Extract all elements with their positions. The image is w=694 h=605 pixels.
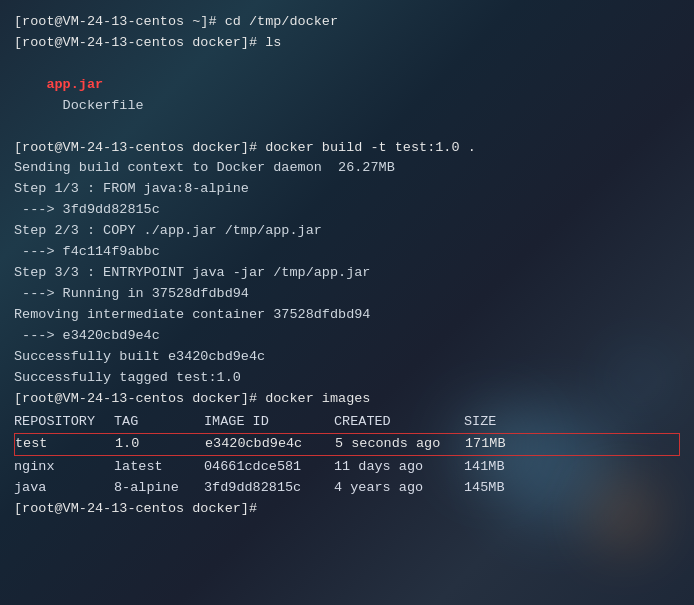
row-test-created: 5 seconds ago [335,434,465,455]
row-nginx-tag: latest [114,457,204,478]
row-nginx-id: 04661cdce581 [204,457,334,478]
header-id: IMAGE ID [204,412,334,433]
line-13: Successfully built e3420cbd9e4c [14,347,680,368]
row-java-tag: 8-alpine [114,478,204,499]
line-2: [root@VM-24-13-centos docker]# ls [14,33,680,54]
line-8: ---> f4c114f9abbc [14,242,680,263]
line-11: Removing intermediate container 37528dfd… [14,305,680,326]
row-nginx-repo: nginx [14,457,114,478]
line-12: ---> e3420cbd9e4c [14,326,680,347]
header-repo: REPOSITORY [14,412,114,433]
docker-images-table: REPOSITORY TAG IMAGE ID CREATED SIZE tes… [14,412,680,500]
table-row-java: java 8-alpine 3fd9dd82815c 4 years ago 1… [14,478,680,499]
line-15: [root@VM-24-13-centos docker]# docker im… [14,389,680,410]
row-java-id: 3fd9dd82815c [204,478,334,499]
line-7: Step 2/3 : COPY ./app.jar /tmp/app.jar [14,221,680,242]
header-tag: TAG [114,412,204,433]
line-4: Sending build context to Docker daemon 2… [14,158,680,179]
line-9: Step 3/3 : ENTRYPOINT java -jar /tmp/app… [14,263,680,284]
terminal-window: [root@VM-24-13-centos ~]# cd /tmp/docker… [0,0,694,532]
line-5: Step 1/3 : FROM java:8-alpine [14,179,680,200]
row-test-id: e3420cbd9e4c [205,434,335,455]
table-row-nginx: nginx latest 04661cdce581 11 days ago 14… [14,457,680,478]
appjar-text: app.jar [46,77,103,92]
line-14: Successfully tagged test:1.0 [14,368,680,389]
row-test-size: 171MB [465,434,545,455]
final-prompt: [root@VM-24-13-centos docker]# [14,499,680,520]
row-nginx-created: 11 days ago [334,457,464,478]
row-test-tag: 1.0 [115,434,205,455]
header-size: SIZE [464,412,544,433]
table-row-test: test 1.0 e3420cbd9e4c 5 seconds ago 171M… [14,433,680,456]
row-nginx-size: 141MB [464,457,544,478]
row-java-created: 4 years ago [334,478,464,499]
line-1: [root@VM-24-13-centos ~]# cd /tmp/docker [14,12,680,33]
table-header-row: REPOSITORY TAG IMAGE ID CREATED SIZE [14,412,680,433]
line-ls: app.jar Dockerfile [14,54,680,138]
line-6: ---> 3fd9dd82815c [14,200,680,221]
row-java-repo: java [14,478,114,499]
row-java-size: 145MB [464,478,544,499]
dockerfile-text: Dockerfile [46,98,143,113]
header-created: CREATED [334,412,464,433]
row-test-repo: test [15,434,115,455]
line-10: ---> Running in 37528dfdbd94 [14,284,680,305]
line-3: [root@VM-24-13-centos docker]# docker bu… [14,138,680,159]
